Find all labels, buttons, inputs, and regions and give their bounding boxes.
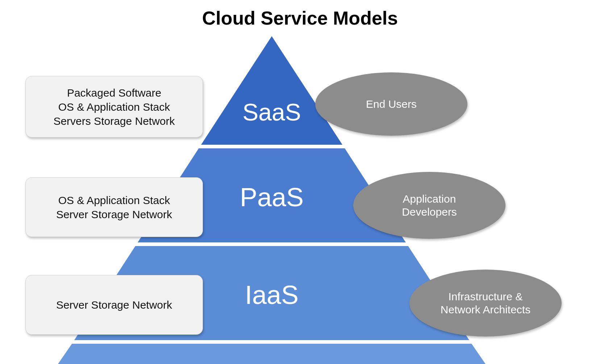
tier-label-iaas: IaaS	[245, 280, 299, 310]
desc-box-saas: Packaged Software OS & Application Stack…	[25, 76, 203, 137]
desc-line: Servers Storage Network	[53, 114, 175, 128]
desc-line: Server Storage Network	[56, 207, 172, 221]
tier-label-paas: PaaS	[240, 182, 304, 212]
desc-line: Server Storage Network	[56, 298, 172, 312]
audience-oval-paas: Application Developers	[353, 172, 505, 239]
pyramid-base-strip	[58, 344, 486, 364]
diagram-title: Cloud Service Models	[0, 7, 600, 29]
audience-label: Infrastructure & Network Architects	[441, 290, 530, 316]
desc-box-iaas: Server Storage Network	[25, 275, 203, 335]
desc-line: Packaged Software	[67, 86, 161, 100]
pyramid-tier-saas	[201, 36, 342, 145]
desc-box-paas: OS & Application Stack Server Storage Ne…	[25, 177, 203, 237]
audience-oval-iaas: Infrastructure & Network Architects	[409, 270, 562, 337]
audience-oval-saas: End Users	[315, 72, 467, 136]
audience-label: Application Developers	[402, 192, 457, 219]
desc-line: OS & Application Stack	[58, 193, 170, 207]
tier-label-saas: SaaS	[242, 98, 301, 126]
desc-line: OS & Application Stack	[58, 100, 170, 114]
audience-label: End Users	[366, 98, 417, 111]
